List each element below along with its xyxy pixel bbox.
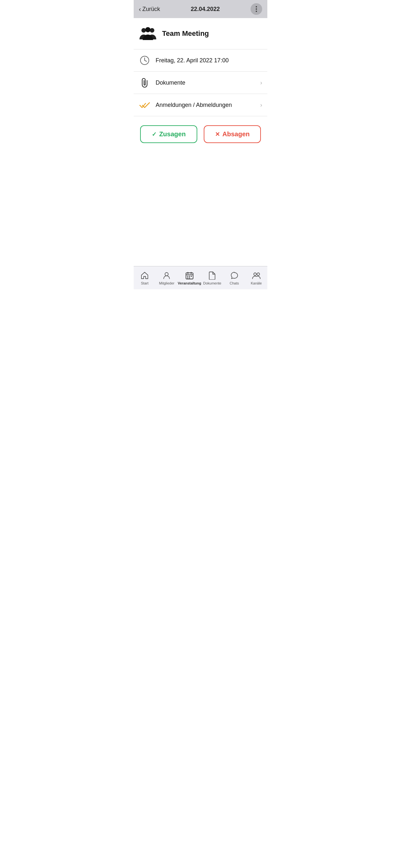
tab-documents-label: Dokumente bbox=[203, 281, 221, 285]
tab-chats[interactable]: Chats bbox=[223, 268, 245, 288]
svg-point-17 bbox=[257, 273, 259, 275]
back-label: Zurück bbox=[143, 6, 160, 12]
tab-members[interactable]: Mitglieder bbox=[156, 268, 178, 288]
tab-channels-label: Kanäle bbox=[251, 281, 262, 285]
accept-button[interactable]: ✓ Zusagen bbox=[140, 125, 197, 143]
group-icon bbox=[139, 25, 157, 42]
svg-line-5 bbox=[145, 60, 147, 61]
accept-check-icon: ✓ bbox=[152, 131, 157, 138]
tab-bar: Start Mitglieder Veransta bbox=[134, 266, 267, 289]
decline-x-icon: ✕ bbox=[215, 131, 220, 138]
home-icon bbox=[140, 271, 149, 280]
calendar-icon bbox=[185, 271, 194, 280]
nav-date: 22.04.2022 bbox=[191, 6, 220, 12]
svg-point-0 bbox=[142, 28, 146, 33]
decline-label: Absagen bbox=[222, 130, 250, 138]
nav-bar: ‹ Zurück 22.04.2022 bbox=[134, 0, 267, 18]
tab-event[interactable]: Veranstaltung bbox=[178, 268, 202, 288]
svg-point-1 bbox=[150, 28, 154, 33]
decline-button[interactable]: ✕ Absagen bbox=[204, 125, 261, 143]
svg-point-6 bbox=[165, 273, 168, 276]
documents-chevron-icon: › bbox=[260, 80, 262, 86]
tab-documents[interactable]: Dokumente bbox=[201, 268, 223, 288]
datetime-row: Freitag, 22. April 2022 17:00 bbox=[134, 50, 267, 72]
action-buttons-container: ✓ Zusagen ✕ Absagen bbox=[134, 116, 267, 152]
more-button[interactable] bbox=[251, 3, 262, 15]
tab-members-label: Mitglieder bbox=[159, 281, 175, 285]
svg-rect-14 bbox=[187, 277, 188, 278]
event-header: Team Meeting bbox=[134, 18, 267, 50]
datetime-text: Freitag, 22. April 2022 17:00 bbox=[156, 57, 262, 64]
chat-icon bbox=[230, 271, 239, 280]
tab-start-label: Start bbox=[141, 281, 149, 285]
svg-rect-15 bbox=[189, 277, 190, 278]
tab-channels[interactable]: Kanäle bbox=[245, 268, 267, 288]
tab-chats-label: Chats bbox=[229, 281, 239, 285]
event-title: Team Meeting bbox=[162, 29, 209, 38]
registrations-row[interactable]: Anmeldungen / Abmeldungen › bbox=[134, 94, 267, 116]
main-content: Team Meeting Freitag, 22. April 2022 17:… bbox=[134, 18, 267, 266]
person-icon bbox=[162, 271, 171, 280]
tab-start[interactable]: Start bbox=[134, 268, 156, 288]
documents-row[interactable]: Dokumente › bbox=[134, 72, 267, 94]
more-dots-icon bbox=[256, 6, 257, 12]
svg-rect-13 bbox=[191, 276, 192, 277]
registrations-label: Anmeldungen / Abmeldungen bbox=[156, 102, 255, 108]
documents-label: Dokumente bbox=[156, 80, 255, 86]
paperclip-icon bbox=[139, 77, 150, 89]
registrations-chevron-icon: › bbox=[260, 102, 262, 108]
double-check-icon bbox=[139, 99, 150, 111]
clock-icon bbox=[139, 55, 150, 66]
accept-label: Zusagen bbox=[159, 130, 186, 138]
document-icon bbox=[208, 271, 217, 280]
tab-event-label: Veranstaltung bbox=[178, 281, 202, 285]
channels-icon bbox=[252, 271, 261, 280]
svg-rect-11 bbox=[187, 276, 188, 277]
svg-point-2 bbox=[145, 27, 150, 32]
svg-point-16 bbox=[254, 273, 256, 275]
svg-rect-12 bbox=[189, 276, 190, 277]
back-chevron-icon: ‹ bbox=[139, 5, 141, 13]
back-button[interactable]: ‹ Zurück bbox=[139, 5, 160, 13]
